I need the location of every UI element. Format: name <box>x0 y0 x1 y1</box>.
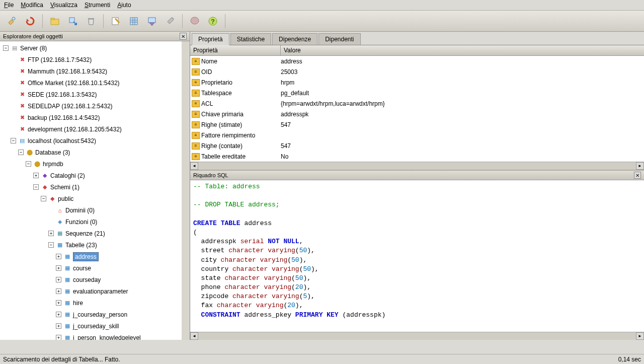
tree-schemas[interactable]: Schemi (1) <box>50 184 79 191</box>
tree-server-item[interactable]: SEDE (192.168.1.3:5432) <box>28 91 97 98</box>
tree-databases[interactable]: Database (3) <box>35 149 70 156</box>
menu-tools[interactable]: Strumenti <box>85 2 110 9</box>
tree-db-hrpmdb[interactable]: hrpmdb <box>43 161 63 168</box>
property-name: ACL <box>201 100 281 107</box>
col-header-value[interactable]: Valore <box>281 45 644 55</box>
server-disconnected-icon: ✖ <box>18 79 26 87</box>
tree-expand-icon[interactable]: + <box>56 265 61 271</box>
tree-expand-icon[interactable]: + <box>56 300 61 306</box>
close-icon[interactable]: ✕ <box>180 33 187 40</box>
menu-file[interactable]: File <box>4 2 14 9</box>
tree-scrollbar[interactable] <box>182 41 190 340</box>
tree-collapse-icon[interactable]: − <box>3 45 9 51</box>
grid-icon[interactable] <box>126 13 142 29</box>
tree-public[interactable]: public <box>58 195 73 202</box>
object-tree[interactable]: −▤Server (8) ✖FTP (192.168.1.7:5432) ✖Ma… <box>0 41 182 340</box>
tree-collapse-icon[interactable]: − <box>18 150 24 155</box>
brain-icon[interactable] <box>187 13 203 29</box>
tree-table-address[interactable]: address <box>73 252 99 261</box>
property-icon: ≡ <box>192 132 200 139</box>
tree-collapse-icon[interactable]: − <box>48 242 54 248</box>
property-row[interactable]: ≡ACL{hrpm=arwdxt/hrpm,luca=arwdxt/hrpm} <box>190 98 644 109</box>
tree-server-item[interactable]: Mammuth (192.168.1.9:5432) <box>28 68 107 75</box>
tree-expand-icon[interactable]: + <box>56 312 61 317</box>
tree-server-item[interactable]: Office Market (192.168.10.1:5432) <box>28 80 120 87</box>
property-row[interactable]: ≡OID25003 <box>190 66 644 77</box>
svg-text:?: ? <box>211 18 215 25</box>
status-time: 0,14 sec <box>618 356 641 363</box>
tree-server-item[interactable]: development (192.168.1.205:5432) <box>28 126 122 133</box>
menu-edit[interactable]: Modifica <box>21 2 43 9</box>
scroll-right-icon[interactable]: ► <box>636 162 644 170</box>
property-row[interactable]: ≡Chiave primariaaddresspk <box>190 109 644 119</box>
property-row[interactable]: ≡Tabelle ereditateNo <box>190 151 644 162</box>
tree-table-item[interactable]: evaluationparameter <box>73 288 128 295</box>
tree-table-item[interactable]: hire <box>73 300 83 307</box>
tree-servers[interactable]: Server (8) <box>20 45 47 52</box>
server-group-icon: ▤ <box>11 44 19 52</box>
property-row[interactable]: ≡Righe (stimate)547 <box>190 119 644 130</box>
col-header-property[interactable]: Proprietà <box>190 45 281 55</box>
property-row[interactable]: ≡Proprietariohrpm <box>190 77 644 88</box>
tree-expand-icon[interactable]: + <box>56 254 61 259</box>
trash-icon[interactable] <box>83 13 99 29</box>
tree-expand-icon[interactable]: + <box>56 288 61 294</box>
tree-catalogs[interactable]: Cataloghi (2) <box>50 172 85 179</box>
tree-functions[interactable]: Funzioni (0) <box>65 219 97 226</box>
folder-icon[interactable] <box>47 13 63 29</box>
tab-properties[interactable]: Proprietà <box>192 33 229 45</box>
property-row[interactable]: ≡Fattore riempimento <box>190 130 644 140</box>
table-icon: ▦ <box>63 264 71 272</box>
menu-help[interactable]: Aiuto <box>117 2 131 9</box>
tree-collapse-icon[interactable]: − <box>33 184 39 190</box>
edit-icon[interactable] <box>108 13 124 29</box>
tree-expand-icon[interactable]: + <box>56 323 61 329</box>
menu-view[interactable]: Visualizza <box>50 2 77 9</box>
tree-collapse-icon[interactable]: − <box>26 161 31 167</box>
property-row[interactable]: ≡Nomeaddress <box>190 56 644 66</box>
tree-server-item[interactable]: FTP (192.168.1.7:5432) <box>28 56 92 63</box>
filter-icon[interactable] <box>144 13 160 29</box>
sql-hscrollbar[interactable]: ◄ ► <box>190 332 644 340</box>
tree-table-item[interactable]: j_courseday_skill <box>73 323 119 330</box>
database-icon: ⬤ <box>26 149 34 157</box>
tree-server-item[interactable]: SEDELDAP (192.168.1.2:5432) <box>28 103 113 110</box>
tree-collapse-icon[interactable]: − <box>41 196 46 201</box>
tree-expand-icon[interactable]: + <box>56 335 61 340</box>
plug-icon[interactable] <box>4 13 20 29</box>
close-icon[interactable]: ✕ <box>634 172 641 179</box>
tree-collapse-icon[interactable]: − <box>11 138 16 143</box>
domain-icon: ⌂ <box>56 206 64 214</box>
property-row[interactable]: ≡Righe (contate)547 <box>190 140 644 151</box>
tree-table-item[interactable]: course <box>73 265 91 272</box>
tree-table-item[interactable]: j_courseday_person <box>73 311 127 318</box>
property-row[interactable]: ≡Tablespacepg_default <box>190 88 644 98</box>
table-icon: ▦ <box>63 311 71 319</box>
scroll-left-icon[interactable]: ◄ <box>190 162 198 170</box>
refresh-icon[interactable] <box>22 13 38 29</box>
tree-table-item[interactable]: j_person_knowledgelevel <box>73 334 141 340</box>
tree-expand-icon[interactable]: + <box>33 173 39 178</box>
tab-statistics[interactable]: Statistiche <box>230 33 271 45</box>
properties-hscrollbar[interactable]: ◄ ► <box>190 162 644 170</box>
table-icon: ▦ <box>63 287 71 296</box>
tree-table-item[interactable]: courseday <box>73 276 101 283</box>
toolbar: ? <box>0 11 644 32</box>
tree-sequences[interactable]: Sequenze (21) <box>65 230 105 237</box>
tab-dependents[interactable]: Dipendenti <box>318 33 360 45</box>
tree-server-item[interactable]: backup (192.168.1.4:5432) <box>28 114 100 121</box>
export-icon[interactable] <box>65 13 81 29</box>
schema-public-icon: ◆ <box>48 195 56 203</box>
scroll-left-icon[interactable]: ◄ <box>190 332 198 340</box>
tree-localhost[interactable]: localhost (localhost:5432) <box>28 137 96 144</box>
sql-editor[interactable]: -- Table: address -- DROP TABLE address;… <box>190 180 644 332</box>
property-icon: ≡ <box>192 142 200 150</box>
tree-tables[interactable]: Tabelle (23) <box>65 242 97 249</box>
tree-expand-icon[interactable]: + <box>48 231 54 236</box>
tab-dependencies[interactable]: Dipendenze <box>272 33 317 45</box>
tree-expand-icon[interactable]: + <box>56 277 61 282</box>
help-icon[interactable]: ? <box>205 13 221 29</box>
tree-domains[interactable]: Dominii (0) <box>65 207 95 214</box>
scroll-right-icon[interactable]: ► <box>636 332 644 340</box>
wrench-icon[interactable] <box>162 13 178 29</box>
